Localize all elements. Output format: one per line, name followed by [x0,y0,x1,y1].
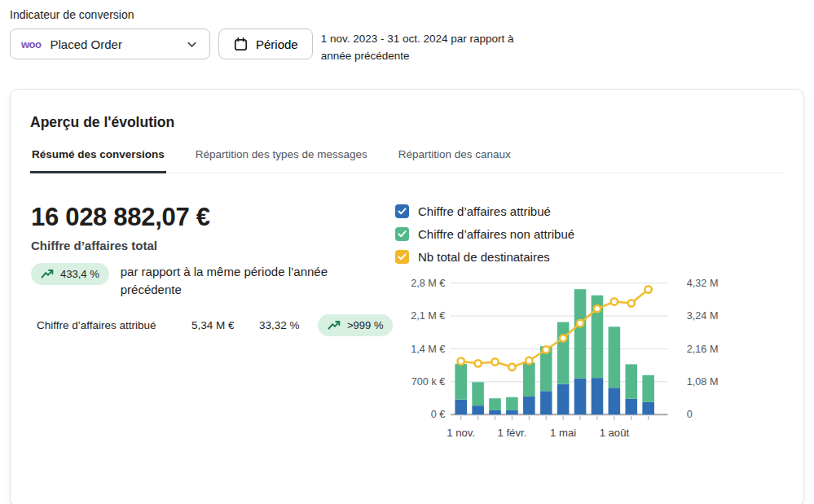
date-range-note: 1 nov. 2023 - 31 oct. 2024 par rapport à… [321,28,514,65]
trend-badge-value: 433,4 % [60,268,99,280]
legend-item-recipients[interactable]: Nb total de destinataires [395,250,784,264]
tab-repartition-canaux[interactable]: Répartition des canaux [397,148,513,173]
chart-legend: Chiffre d’affaires attribué Chiffre d’af… [395,204,784,264]
svg-text:3,24 M: 3,24 M [687,310,719,322]
legend-item-non-attributed[interactable]: Chiffre d’affaires non attribué [395,227,784,241]
svg-text:1 août: 1 août [600,427,630,439]
tab-content: 16 028 882,07 € Chiffre d’affaires total… [30,203,784,460]
chevron-down-icon [186,38,198,50]
conversion-metric-label: Indicateur de conversion [10,8,804,21]
date-range-line2: année précédente [321,48,514,65]
trend-note: par rapport à la même période l’année pr… [121,263,355,299]
trend-badge: 433,4 % [31,263,109,285]
trend-up-icon [41,269,55,279]
evolution-chart[interactable]: 0 €0700 k €1,08 M1,4 M €2,16 M2,1 M €3,2… [395,274,768,457]
trend-up-icon [328,320,341,331]
svg-text:0: 0 [687,409,693,420]
attributed-revenue-value: 5,34 M € [191,319,259,331]
attributed-trend-badge: >999 % [318,314,393,336]
legend-item-attributed[interactable]: Chiffre d’affaires attribué [395,204,784,218]
total-revenue-value: 16 028 882,07 € [31,203,395,232]
svg-text:2,1 M €: 2,1 M € [411,310,445,322]
total-revenue-label: Chiffre d’affaires total [31,239,395,252]
attributed-revenue-share: 33,32 % [259,319,318,331]
tab-resume-des-conversions[interactable]: Résumé des conversions [30,148,166,173]
evolution-overview-card: Aperçu de l'évolution Résumé des convers… [10,89,804,504]
svg-text:2,8 M €: 2,8 M € [411,278,445,289]
svg-text:1 févr.: 1 févr. [498,427,527,439]
conversion-metric-dropdown[interactable]: woo Placed Order [10,28,210,59]
legend-label: Chiffre d’affaires attribué [418,204,551,218]
header-controls: woo Placed Order Période 1 nov. 2023 - 3… [10,28,804,65]
chart-column: Chiffre d’affaires attribué Chiffre d’af… [395,203,784,460]
legend-checkbox[interactable] [395,250,409,264]
svg-text:700 k €: 700 k € [411,376,445,388]
svg-text:4,32 M: 4,32 M [687,278,719,289]
card-title: Aperçu de l'évolution [30,114,784,131]
svg-text:1 nov.: 1 nov. [447,427,475,439]
legend-checkbox[interactable] [395,204,409,218]
legend-checkbox[interactable] [395,227,409,241]
calendar-icon [233,37,249,52]
svg-text:0 €: 0 € [431,409,446,420]
chart-wrapper: 0 €0700 k €1,08 M1,4 M €2,16 M2,1 M €3,2… [395,274,784,460]
svg-text:1,4 M €: 1,4 M € [411,344,445,355]
attributed-revenue-row: Chiffre d’affaires attribué 5,34 M € 33,… [31,314,395,336]
conversion-metric-value: Placed Order [51,37,178,51]
tab-bar: Résumé des conversions Répartition des t… [30,148,784,173]
date-range-line1: 1 nov. 2023 - 31 oct. 2024 par rapport à [321,31,514,48]
trend-row: 433,4 % par rapport à la même période l’… [31,263,395,299]
svg-text:1 mai: 1 mai [550,427,576,439]
legend-label: Nb total de destinataires [418,250,550,264]
tab-repartition-types-messages[interactable]: Répartition des types de messages [194,148,369,173]
summary-column: 16 028 882,07 € Chiffre d’affaires total… [30,203,395,460]
page: Indicateur de conversion woo Placed Orde… [0,0,814,504]
period-button[interactable]: Période [218,28,313,59]
attributed-trend-value: >999 % [347,319,383,331]
legend-label: Chiffre d’affaires non attribué [418,227,574,241]
svg-text:1,08 M: 1,08 M [687,376,719,388]
period-button-label: Période [256,37,298,51]
svg-text:2,16 M: 2,16 M [687,344,719,355]
attributed-revenue-label: Chiffre d’affaires attribué [37,319,191,331]
woocommerce-logo-icon: woo [21,38,42,50]
